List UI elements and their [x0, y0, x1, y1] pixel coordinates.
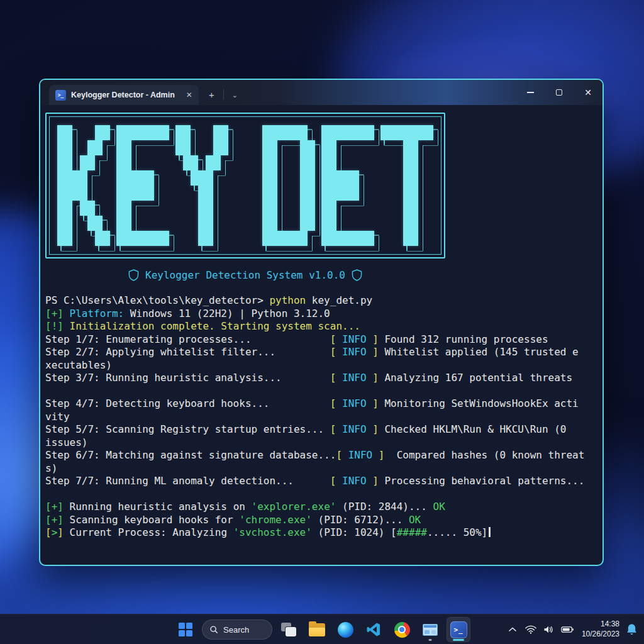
maximize-button[interactable]	[545, 80, 574, 105]
snip-app-icon	[423, 624, 438, 636]
notification-bell-icon	[626, 623, 638, 636]
terminal-tab[interactable]: >_ Keylogger Detector - Admin ✕	[49, 85, 199, 105]
taskbar: Search >_	[0, 614, 644, 644]
search-box[interactable]: Search	[202, 619, 272, 640]
file-explorer-button[interactable]	[305, 617, 329, 642]
notifications-button[interactable]	[625, 621, 638, 638]
file-explorer-icon	[309, 623, 325, 636]
speaker-icon	[543, 625, 554, 634]
tab-close-icon[interactable]: ✕	[186, 91, 192, 99]
search-icon	[209, 625, 218, 634]
volume-button[interactable]	[543, 621, 555, 638]
terminal-body[interactable]: Keylogger Detection System v1.0.0 PS C:\…	[40, 105, 602, 566]
tab-dropdown-icon[interactable]: ⌄	[232, 91, 238, 99]
windows-start-icon	[179, 623, 192, 636]
chrome-button[interactable]	[390, 617, 414, 642]
start-button[interactable]	[174, 617, 197, 642]
task-view-icon	[281, 623, 296, 636]
chevron-up-icon	[509, 627, 516, 632]
ascii-banner-frame	[45, 113, 445, 258]
terminal-window: >_ Keylogger Detector - Admin ✕ + ⌄ ✕ Ke…	[39, 79, 604, 566]
vscode-icon	[366, 622, 381, 637]
clock-date: 10/26/2023	[582, 630, 619, 640]
tab-title: Keylogger Detector - Admin	[71, 91, 175, 99]
snip-app-button[interactable]	[418, 617, 442, 642]
tray-chevron-button[interactable]	[506, 621, 519, 638]
tabbar-divider	[223, 89, 224, 99]
wifi-button[interactable]	[525, 621, 537, 638]
subtitle-text: Keylogger Detection System v1.0.0	[145, 269, 345, 281]
close-button[interactable]: ✕	[574, 80, 602, 105]
minimize-button[interactable]	[516, 80, 545, 105]
window-titlebar[interactable]: >_ Keylogger Detector - Admin ✕ + ⌄ ✕	[40, 80, 602, 105]
maximize-icon	[556, 89, 562, 96]
shield-icon	[128, 269, 139, 281]
terminal-taskbar-button[interactable]: >_	[447, 617, 470, 642]
battery-button[interactable]	[561, 621, 574, 638]
edge-button[interactable]	[333, 617, 357, 642]
active-app-indicator	[453, 639, 464, 641]
close-icon: ✕	[584, 88, 592, 97]
terminal-icon: >_	[450, 621, 467, 638]
battery-icon	[561, 626, 574, 633]
banner-subtitle: Keylogger Detection System v1.0.0	[45, 269, 445, 281]
ascii-art-keydet	[57, 125, 433, 246]
shield-icon	[352, 269, 362, 281]
edge-icon	[338, 622, 353, 638]
taskbar-clock[interactable]: 14:38 10/26/2023	[582, 619, 619, 639]
powershell-icon: >_	[55, 90, 66, 101]
new-tab-button[interactable]: +	[209, 89, 214, 100]
search-label: Search	[223, 625, 249, 635]
wifi-icon	[525, 625, 536, 634]
terminal-output[interactable]: PS C:\Users\Alex\tools\key_detector> pyt…	[45, 294, 597, 540]
running-indicator	[429, 639, 432, 641]
task-view-button[interactable]	[277, 617, 301, 642]
vscode-button[interactable]	[362, 617, 386, 642]
chrome-icon	[394, 622, 410, 638]
clock-time: 14:38	[582, 619, 619, 630]
minimize-icon	[527, 92, 534, 93]
